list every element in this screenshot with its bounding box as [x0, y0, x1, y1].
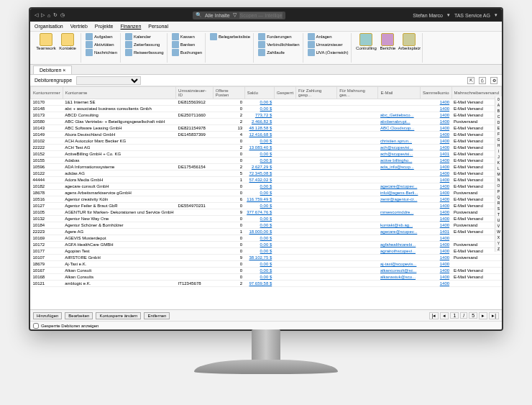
menu-organisation[interactable]: Organisation	[35, 24, 63, 29]
alpha-letter[interactable]: Z	[495, 246, 502, 252]
menu-finanzen[interactable]: Finanzen	[121, 24, 142, 29]
ribbon-kalender[interactable]: Kalender	[125, 33, 164, 40]
nav-back-icon[interactable]: ◁	[35, 12, 38, 18]
global-search[interactable]: 🔍 Alle Inhalte ▽	[193, 12, 285, 19]
table-row[interactable]: 10143ABC Software Leasing GmbHDE82115497…	[31, 125, 502, 132]
debtors-table[interactable]: KontonummerKontonameUmsatzsteuer-IDOffen…	[30, 86, 502, 287]
column-header[interactable]: Umsatzsteuer-ID	[176, 87, 214, 99]
history-icon[interactable]: ◷	[60, 12, 65, 18]
ribbon-anlagen[interactable]: Anlagen	[308, 33, 349, 40]
ribbon-umsatzsteuer[interactable]: Umsatzsteuer	[308, 41, 349, 48]
table-row[interactable]: 10596ADA InformationssystemeDE1754561542…	[31, 164, 502, 170]
alpha-letter[interactable]: T	[495, 211, 502, 217]
tab-debitoren[interactable]: Debitoren ×	[33, 65, 72, 74]
column-header[interactable]: E-Mail	[378, 87, 420, 99]
alpha-letter[interactable]: F	[495, 131, 502, 137]
pager-last[interactable]: ▸|	[489, 312, 499, 319]
company-name[interactable]: TAS Service AG	[454, 13, 490, 18]
column-header[interactable]: Offene Posten	[213, 87, 244, 99]
alpha-letter[interactable]: S	[495, 206, 502, 211]
alpha-letter[interactable]: M	[495, 171, 502, 177]
table-row[interactable]: 44444Adora Media GmbH157.432,02 $1400E-M…	[31, 177, 502, 183]
alpha-letter[interactable]: G	[495, 137, 502, 142]
home-icon[interactable]: ⌂	[47, 13, 50, 18]
alpha-letter[interactable]: P	[495, 188, 502, 194]
alpha-letter[interactable]: K	[495, 160, 502, 165]
ribbon-forderungen[interactable]: Forderungen	[258, 33, 299, 40]
alpha-letter[interactable]: A	[495, 102, 502, 108]
table-row[interactable]: 10102ACH Autocolor Marc Becker KG00,00 $…	[31, 138, 502, 145]
alpha-letter[interactable]: L	[495, 165, 502, 171]
table-row[interactable]: 10122adidas AG572.345,08 $1400E-Mail Ver…	[31, 170, 502, 177]
table-row[interactable]: 10182agecare consult GmbH00,00 $agecare@…	[31, 183, 502, 190]
alpha-letter[interactable]: C	[495, 114, 502, 119]
column-header[interactable]: Sammelkonto	[420, 87, 451, 99]
alpha-letter[interactable]: X	[495, 235, 502, 240]
export-icon[interactable]: ⇱	[467, 77, 474, 84]
table-row[interactable]: 10149Abora Deutschland GmbHDE14583739941…	[31, 132, 502, 138]
table-row[interactable]: 10148abc + associated business consulten…	[31, 106, 502, 112]
ribbon-aufgaben[interactable]: Aufgaben	[86, 33, 117, 40]
alpha-letter[interactable]: J	[495, 154, 502, 160]
table-row[interactable]: 22223Agere AG118.000,00 $agecare@scopev.…	[31, 229, 502, 235]
table-row[interactable]: 18679Aj-Taxi e.K.00,00 $aj-taxi@scopevis…	[31, 261, 502, 268]
ribbon-reiseerfassung[interactable]: Reiseerfassung	[125, 49, 164, 56]
ribbon-controlling[interactable]: Controlling	[356, 33, 376, 50]
table-row[interactable]: 10107AIRSTORE GmbH938.102,75 $1400Postve…	[31, 255, 502, 261]
ribbon-nachrichten[interactable]: Nachrichten	[86, 49, 117, 56]
alpha-letter[interactable]: R	[495, 200, 502, 206]
ribbon-banken[interactable]: Banken	[172, 41, 202, 48]
ribbon-zahllaufe[interactable]: Zahllaufe	[258, 49, 299, 56]
alpha-index[interactable]: 0ABCDEFGHIJKLMNOPQRSTUVWXYZ	[495, 96, 502, 252]
table-row[interactable]: 10105AGENTUR für Marken- Dekorationen un…	[31, 209, 502, 216]
debitorengruppe-select[interactable]	[76, 76, 141, 85]
column-header[interactable]: Kontoname	[63, 87, 175, 99]
ribbon-aktivitaeten[interactable]: Aktivitäten	[86, 41, 117, 48]
column-header[interactable]: Für Mahnung ges...	[337, 87, 378, 99]
table-row[interactable]: 10132Agentur New Way One00,00 $1400E-Mai…	[31, 216, 502, 222]
table-row[interactable]: 10155Adabas00,00 $active billingho...140…	[31, 158, 502, 164]
ribbon-kontakte[interactable]: Kontakte	[58, 33, 78, 50]
table-row[interactable]: 10169AGEVIS Musterdepot00,00 $1400	[31, 235, 502, 242]
table-row[interactable]: 10167Alkan Consult00,00 $alkanconsult@sc…	[31, 268, 502, 274]
table-row[interactable]: 10172AGFA HealthCare GMBH00,00 $agfaheal…	[31, 242, 502, 248]
alpha-letter[interactable]: O	[495, 183, 502, 188]
table-row[interactable]: 10152ActiveBilling GmbH + Co. KG00,00 $a…	[31, 151, 502, 158]
refresh-icon[interactable]: ↻	[53, 12, 58, 18]
alpha-letter[interactable]: I	[495, 148, 502, 154]
column-header[interactable]: Gesperrt	[274, 87, 295, 99]
ribbon-belegarbeitsliste[interactable]: Belegarbeitsliste	[210, 33, 250, 40]
table-row[interactable]: 10173ABCD ConsultingDE2507116602773,72 $…	[31, 112, 502, 119]
pager-prev[interactable]: ◂	[440, 312, 449, 319]
menu-projekte[interactable]: Projekte	[95, 24, 114, 29]
search-input[interactable]	[239, 12, 283, 19]
user-name[interactable]: Stefan Marco	[413, 13, 443, 18]
ribbon-uva[interactable]: UVA (Österreich)	[308, 49, 349, 56]
table-row[interactable]: 10121amblogic e.K.IT12345678297.659,58 $…	[31, 281, 502, 287]
lock-button[interactable]: Kontosperre ändern	[96, 312, 141, 319]
alpha-letter[interactable]: H	[495, 142, 502, 148]
ribbon-buchungen[interactable]: Buchungen	[172, 49, 202, 56]
user-dropdown-icon[interactable]: ▾	[447, 12, 450, 18]
table-row[interactable]: 18678agens Arbeitsmarktservice gGmbH00,0…	[31, 190, 502, 196]
ribbon-teamwork[interactable]: Teamwork	[36, 33, 56, 50]
table-row[interactable]: 101701&1 Internet SEDE81556391200,00 $14…	[31, 99, 502, 106]
menu-personal[interactable]: Personal	[148, 24, 168, 29]
table-row[interactable]: 10168Alkan Consults00,00 $alkanastuk@sco…	[31, 274, 502, 281]
ribbon-berichte[interactable]: Berichte	[377, 33, 398, 50]
ribbon-kassen[interactable]: Kassen	[172, 33, 202, 40]
pager-next[interactable]: ▸	[479, 312, 487, 319]
alpha-letter[interactable]: U	[495, 217, 502, 223]
alpha-letter[interactable]: V	[495, 223, 502, 229]
column-header[interactable]: Kontonummer	[31, 87, 63, 99]
remove-button[interactable]: Entfernen	[144, 312, 170, 319]
pager-first[interactable]: |◂	[429, 312, 439, 319]
alpha-letter[interactable]: Q	[495, 194, 502, 200]
alpha-letter[interactable]: Y	[495, 240, 502, 246]
settings-icon[interactable]: ⚙	[490, 77, 497, 84]
nav-fwd-icon[interactable]: ▷	[41, 12, 45, 18]
ribbon-zeiterfassung[interactable]: Zeiterfassung	[125, 41, 164, 48]
table-row[interactable]: 10177Agopian Test00,00 $agrairothscopevi…	[31, 248, 502, 255]
table-row[interactable]: 10127Agentur Feiler & Braut GbRDE5549702…	[31, 203, 502, 209]
table-row[interactable]: 10516Agentur creativity Köln6116.759,49 …	[31, 196, 502, 203]
